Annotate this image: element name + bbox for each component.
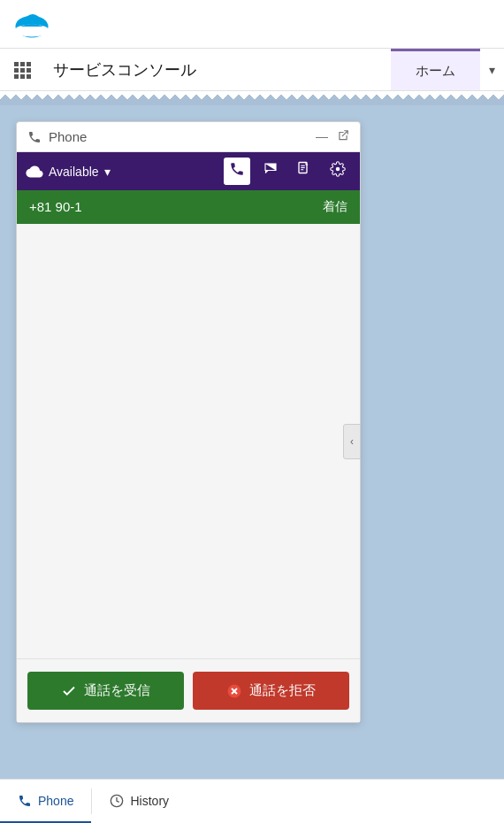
phone-action-buttons: 通話を受信 通話を拒否	[17, 658, 360, 722]
nav-tab-home-label: ホーム	[416, 63, 455, 80]
svg-rect-9	[20, 68, 25, 73]
accept-call-label: 通話を受信	[84, 682, 150, 699]
accept-call-button[interactable]: 通話を受信	[27, 672, 184, 710]
decline-icon	[226, 683, 242, 699]
history-tab-icon	[110, 794, 124, 808]
toolbar-settings-button[interactable]	[325, 158, 351, 185]
svg-rect-8	[14, 68, 19, 73]
bottom-tab-bar: Phone History	[0, 779, 504, 823]
zigzag-border	[0, 91, 504, 105]
incoming-direction-label: 着信	[323, 199, 347, 215]
phone-header-left: Phone	[27, 129, 87, 144]
phone-widget-header: Phone ―	[17, 122, 360, 152]
apps-grid-icon[interactable]	[0, 49, 44, 90]
status-chevron[interactable]: ▾	[104, 165, 111, 179]
app-title: サービスコンソール	[44, 49, 391, 90]
accept-icon	[61, 683, 77, 699]
phone-widget-title: Phone	[49, 129, 87, 144]
tab-phone-label: Phone	[38, 794, 73, 808]
svg-rect-6	[20, 62, 25, 66]
tab-phone[interactable]: Phone	[0, 780, 91, 823]
tab-history-label: History	[130, 794, 169, 808]
minimize-icon[interactable]: ―	[316, 129, 328, 144]
tab-history[interactable]: History	[92, 780, 187, 823]
svg-rect-11	[14, 74, 19, 79]
incoming-number: +81 90-1	[29, 199, 153, 215]
nav-tab-home[interactable]: ホーム	[391, 49, 480, 90]
phone-widget: Phone ― Available ▾	[16, 121, 361, 723]
svg-rect-13	[27, 74, 31, 79]
collapse-icon: ‹	[350, 435, 354, 448]
status-label: Available	[49, 165, 99, 179]
phone-header-icons: ―	[316, 129, 349, 144]
phone-toolbar: Available ▾	[17, 152, 360, 190]
svg-rect-7	[27, 62, 31, 66]
svg-rect-12	[20, 74, 25, 79]
toolbar-document-button[interactable]	[291, 158, 317, 185]
phone-header-icon	[27, 130, 42, 144]
phone-number-prefix: +81 90-1	[29, 199, 82, 214]
top-bar	[0, 0, 504, 49]
phone-content-area: ‹	[17, 224, 360, 658]
main-area: Phone ― Available ▾	[0, 105, 504, 779]
svg-rect-5	[14, 62, 19, 66]
decline-call-button[interactable]: 通話を拒否	[193, 672, 349, 710]
popout-icon[interactable]	[337, 129, 349, 144]
cloud-icon	[26, 165, 43, 179]
decline-call-label: 通話を拒否	[249, 682, 316, 699]
incoming-call-bar: +81 90-1 着信	[17, 190, 360, 224]
toolbar-phone-button[interactable]	[224, 158, 250, 185]
collapse-handle[interactable]: ‹	[343, 424, 361, 459]
svg-rect-10	[27, 68, 31, 73]
phone-tab-icon	[18, 794, 32, 808]
status-indicator[interactable]: Available ▾	[26, 165, 217, 179]
nav-bar: サービスコンソール ホーム ▾	[0, 49, 504, 91]
toolbar-chat-button[interactable]	[257, 158, 284, 185]
salesforce-logo	[12, 4, 51, 43]
nav-chevron-icon[interactable]: ▾	[480, 49, 504, 90]
